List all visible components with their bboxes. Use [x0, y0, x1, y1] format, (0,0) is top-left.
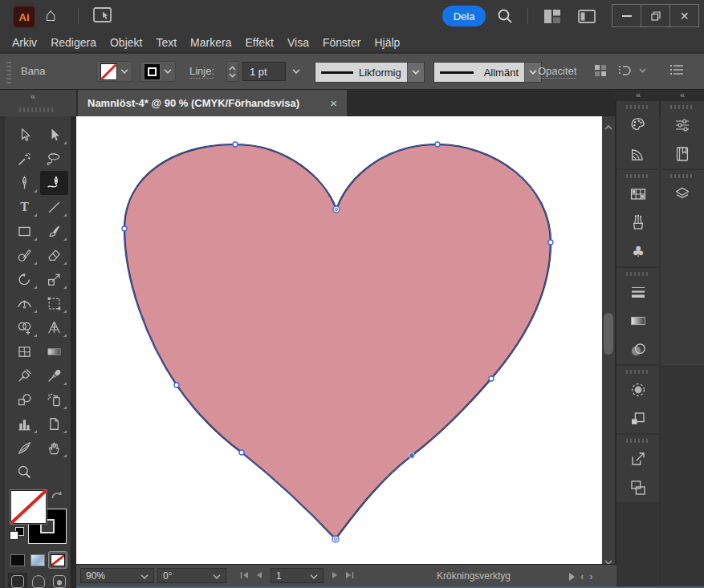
panel-icon-color[interactable] — [617, 111, 659, 140]
panel-menu-icon[interactable] — [669, 64, 684, 79]
collapse-panels-icon[interactable]: « — [636, 90, 641, 99]
default-fill-stroke-icon[interactable] — [10, 527, 24, 540]
status-menu-icon[interactable] — [569, 573, 575, 581]
stroke-color-dropdown[interactable] — [140, 61, 176, 82]
swap-fill-stroke-icon[interactable] — [51, 489, 63, 505]
panel-icon-layers[interactable] — [661, 180, 704, 209]
panel-icon-transparency[interactable] — [617, 335, 659, 364]
draw-inside-button[interactable] — [50, 573, 69, 587]
panel-grip[interactable] — [626, 105, 650, 109]
tool-width[interactable] — [10, 291, 39, 315]
panel-icon-gradient[interactable] — [617, 306, 659, 335]
tab-close-icon[interactable]: × — [330, 96, 337, 110]
anchor-point-selected[interactable] — [409, 453, 415, 459]
tool-hand[interactable] — [40, 436, 68, 460]
toolbar-grip[interactable] — [19, 107, 55, 112]
tool-perspective-grid[interactable] — [40, 315, 68, 339]
home-icon[interactable]: ⌂ — [45, 4, 56, 26]
anchor-point[interactable] — [239, 450, 244, 455]
tool-free-transform[interactable] — [40, 291, 68, 315]
panel-icon-libraries[interactable] — [661, 140, 704, 168]
workspace-switcher-icon[interactable] — [578, 10, 596, 26]
draw-behind-button[interactable] — [29, 573, 48, 587]
brush-definition-dropdown[interactable]: Allmänt — [433, 62, 542, 83]
scroll-up-icon[interactable] — [604, 120, 613, 134]
first-artboard-icon[interactable] — [239, 571, 250, 579]
anchor-point-ring[interactable] — [332, 536, 339, 542]
menu-markera[interactable]: Markera — [190, 36, 231, 49]
minimize-button[interactable] — [612, 4, 641, 27]
menu-effekt[interactable]: Effekt — [245, 36, 274, 49]
tool-gradient[interactable] — [40, 339, 68, 363]
chevron-down-icon[interactable] — [408, 63, 424, 82]
menu-objekt[interactable]: Objekt — [110, 36, 142, 49]
last-artboard-icon[interactable] — [344, 571, 355, 579]
menu-visa[interactable]: Visa — [287, 36, 309, 49]
fill-color-dropdown[interactable] — [96, 61, 132, 82]
vertical-scrollbar[interactable] — [602, 116, 615, 564]
collapse-toolbar-icon[interactable]: « — [31, 91, 36, 101]
search-icon[interactable] — [496, 7, 514, 28]
tool-symbol-sprayer[interactable] — [40, 387, 68, 412]
anchor-point[interactable] — [489, 376, 494, 381]
tool-mesh[interactable] — [10, 339, 39, 363]
zoom-level-dropdown[interactable]: 90% — [80, 568, 154, 583]
artboard-canvas[interactable] — [76, 116, 602, 564]
opacity-link[interactable]: Opacitet — [538, 65, 576, 79]
fill-color-indicator[interactable] — [10, 489, 47, 525]
tool-line-segment[interactable] — [40, 195, 68, 219]
panel-icon-color-guide[interactable] — [617, 140, 659, 168]
touch-workspace-icon[interactable] — [93, 7, 114, 28]
menu-text[interactable]: Text — [156, 36, 177, 49]
arrange-documents-icon[interactable] — [544, 10, 560, 26]
heart-shape[interactable] — [124, 144, 551, 539]
tool-artboard[interactable] — [40, 412, 68, 436]
scroll-right-icon[interactable]: › — [589, 570, 592, 582]
stroke-weight-link[interactable]: Linje: — [189, 65, 214, 79]
panel-grip[interactable] — [670, 174, 694, 178]
previous-artboard-icon[interactable] — [255, 571, 262, 579]
restore-button[interactable] — [641, 4, 670, 27]
anchor-point[interactable] — [174, 383, 179, 387]
anchor-point-ring[interactable] — [333, 206, 340, 213]
panel-icon-graphic-styles[interactable] — [617, 404, 659, 433]
tool-blend[interactable] — [10, 387, 39, 412]
stroke-weight-dropdown[interactable] — [289, 62, 303, 81]
menu-arkiv[interactable]: Arkiv — [12, 36, 37, 49]
panel-icon-asset-export[interactable] — [617, 444, 659, 473]
panel-icon-artboards[interactable] — [617, 473, 659, 502]
panel-icon-stroke[interactable] — [617, 278, 659, 306]
menu-redigera[interactable]: Redigera — [51, 36, 96, 49]
isolate-selected-object-icon[interactable] — [618, 64, 646, 77]
width-profile-dropdown[interactable]: Likformig — [315, 62, 425, 83]
tool-magic-wand[interactable] — [10, 147, 39, 171]
tool-direct-selection[interactable] — [40, 123, 68, 147]
panel-icon-symbols[interactable]: ♣ — [617, 237, 659, 266]
draw-normal-button[interactable] — [8, 573, 27, 587]
tool-eraser[interactable] — [40, 243, 68, 267]
controlbar-grip-handle[interactable] — [6, 60, 11, 83]
tool-selection[interactable] — [10, 123, 39, 147]
document-tab[interactable]: Namnlöst-4* @ 90 % (CMYK/Förhandsvisa) × — [78, 90, 347, 116]
anchor-point[interactable] — [122, 226, 127, 231]
rotation-dropdown[interactable]: 0° — [157, 568, 226, 583]
tool-paintbrush[interactable] — [40, 219, 68, 243]
tool-lasso[interactable] — [40, 147, 68, 171]
tool-knife[interactable] — [10, 436, 39, 460]
stroke-weight-input[interactable]: 1 pt — [242, 62, 286, 81]
share-button[interactable]: Dela — [442, 6, 486, 26]
tool-pen[interactable] — [10, 171, 39, 195]
artboard-number-field[interactable]: 1 — [271, 568, 324, 583]
none-button[interactable] — [49, 552, 67, 568]
panel-grip[interactable] — [626, 174, 650, 178]
color-button[interactable] — [9, 552, 26, 568]
gradient-button[interactable] — [29, 552, 47, 568]
tool-zoom[interactable] — [10, 460, 39, 484]
tool-eyedropper[interactable] — [40, 363, 68, 387]
anchor-point[interactable] — [233, 142, 238, 147]
close-button[interactable]: ✕ — [669, 4, 699, 27]
anchor-point[interactable] — [435, 142, 440, 147]
tool-scale[interactable] — [40, 267, 68, 291]
tool-curvature[interactable] — [40, 171, 68, 195]
tool-shaper[interactable] — [10, 243, 39, 267]
